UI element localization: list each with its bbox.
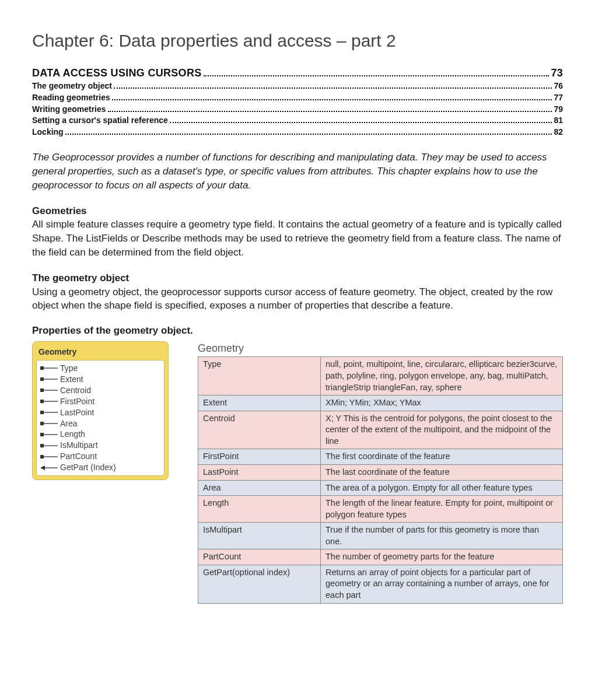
property-icon xyxy=(40,376,58,382)
geometry-uml-item-label: FirstPoint xyxy=(60,396,94,407)
property-desc-cell: The length of the linear feature. Empty … xyxy=(321,496,563,523)
section-heading: The geometry object xyxy=(32,272,129,284)
property-desc-cell: null, point, multipoint, line, circulara… xyxy=(321,357,563,396)
property-desc-cell: The area of a polygon. Empty for all oth… xyxy=(321,480,563,496)
svg-rect-16 xyxy=(40,455,44,459)
toc-label: The geometry object xyxy=(32,80,112,92)
geometry-uml-item: Centroid xyxy=(40,385,160,396)
geometry-table-title: Geometry xyxy=(198,341,563,355)
geometry-uml-item: IsMultipart xyxy=(40,440,160,451)
svg-rect-8 xyxy=(40,411,44,414)
toc-page: 81 xyxy=(554,115,563,126)
toc-leader-dots xyxy=(170,122,552,123)
geometry-uml-item-label: IsMultipart xyxy=(60,440,98,451)
property-name-cell: GetPart(optional index) xyxy=(198,565,321,603)
property-name-cell: Length xyxy=(198,496,321,523)
table-row: LengthThe length of the linear feature. … xyxy=(198,496,563,523)
svg-rect-10 xyxy=(40,422,44,425)
geometry-uml-item: Extent xyxy=(40,374,160,385)
property-icon xyxy=(40,410,58,415)
table-row: CentroidX; Y This is the centroid for po… xyxy=(198,411,563,449)
table-row: FirstPointThe first coordinate of the fe… xyxy=(198,449,563,465)
property-icon xyxy=(40,398,58,404)
toc-leader-dots xyxy=(112,99,552,100)
toc-label: Locking xyxy=(32,127,64,138)
toc-label: Writing geometries xyxy=(32,104,106,115)
geometry-uml-members: TypeExtentCentroidFirstPointLastPointAre… xyxy=(36,360,164,476)
table-row: LastPointThe last coordinate of the feat… xyxy=(198,464,563,480)
toc-entry: Locking 82 xyxy=(32,127,563,138)
geometry-uml-item-label: LastPoint xyxy=(60,407,94,418)
table-row: Typenull, point, multipoint, line, circu… xyxy=(198,357,563,396)
toc-page: 77 xyxy=(554,92,563,103)
toc-label: Setting a cursor's spatial reference xyxy=(32,115,168,126)
toc-page: 82 xyxy=(554,127,563,138)
section-heading: Geometries xyxy=(32,205,87,216)
geometry-uml-item-label: Length xyxy=(60,429,85,440)
svg-rect-12 xyxy=(40,433,44,436)
property-name-cell: PartCount xyxy=(198,550,321,565)
intro-paragraph: The Geoprocessor provides a number of fu… xyxy=(32,150,563,192)
toc-label: Reading geometries xyxy=(32,92,110,103)
geometry-uml-item-label: GetPart (Index) xyxy=(60,462,116,473)
geometry-uml-item: LastPoint xyxy=(40,407,160,418)
table-row: IsMultipartTrue if the number of parts f… xyxy=(198,523,563,550)
toc-label: DATA ACCESS USING CURSORS xyxy=(32,66,202,80)
section-geometries: Geometries All simple feature classes re… xyxy=(32,204,563,260)
property-name-cell: Area xyxy=(198,480,321,496)
toc-leader-dots xyxy=(204,75,550,76)
property-desc-cell: X; Y This is the centroid for polygons, … xyxy=(321,411,563,449)
geometry-uml-item-label: PartCount xyxy=(60,451,97,462)
geometry-uml-item: Type xyxy=(40,363,160,374)
geometry-uml-item-label: Type xyxy=(60,363,78,374)
svg-rect-4 xyxy=(40,388,44,392)
property-icon xyxy=(40,365,58,371)
section-body: Using a geometry object, the geoprocesso… xyxy=(32,286,552,312)
property-desc-cell: True if the number of parts for this geo… xyxy=(321,523,563,550)
geometry-uml-item-label: Centroid xyxy=(60,385,91,396)
geometry-table: Typenull, point, multipoint, line, circu… xyxy=(198,356,563,603)
svg-rect-0 xyxy=(40,366,44,370)
property-name-cell: Extent xyxy=(198,396,321,411)
property-name-cell: Centroid xyxy=(198,411,321,449)
property-icon xyxy=(40,432,58,438)
geometry-uml-item-label: Extent xyxy=(60,374,83,385)
toc-page: 79 xyxy=(554,104,563,115)
property-desc-cell: XMin; YMin; XMax; YMax xyxy=(321,396,563,411)
geometry-uml-item-label: Area xyxy=(60,418,78,429)
property-icon xyxy=(40,454,58,460)
toc-leader-dots xyxy=(108,111,552,112)
toc-entry: Writing geometries 79 xyxy=(32,104,563,115)
property-desc-cell: The number of geometry parts for the fea… xyxy=(321,550,563,565)
toc-entry: Setting a cursor's spatial reference 81 xyxy=(32,115,563,126)
toc-entry: DATA ACCESS USING CURSORS 73 xyxy=(32,66,563,80)
svg-marker-19 xyxy=(40,466,45,470)
geometry-uml-item: Area xyxy=(40,418,160,429)
property-icon xyxy=(40,387,58,393)
property-desc-cell: The first coordinate of the feature xyxy=(321,449,563,465)
chapter-title: Chapter 6: Data properties and access – … xyxy=(32,29,563,53)
geometry-uml-item: Length xyxy=(40,429,160,440)
toc-entry: The geometry object 76 xyxy=(32,80,563,92)
property-name-cell: LastPoint xyxy=(198,464,321,480)
svg-rect-14 xyxy=(40,444,44,447)
toc-entry: Reading geometries 77 xyxy=(32,92,563,103)
properties-heading: Properties of the geometry object. xyxy=(32,324,563,338)
table-row: GetPart(optional index)Returns an array … xyxy=(198,565,563,603)
property-name-cell: IsMultipart xyxy=(198,523,321,550)
table-of-contents: DATA ACCESS USING CURSORS 73 The geometr… xyxy=(32,66,563,138)
svg-rect-6 xyxy=(40,400,44,403)
property-desc-cell: Returns an array of point objects for a … xyxy=(321,565,563,603)
property-name-cell: Type xyxy=(198,357,321,396)
property-icon xyxy=(40,443,58,449)
geometry-uml-item: FirstPoint xyxy=(40,396,160,407)
geometry-uml-box: Geometry TypeExtentCentroidFirstPointLas… xyxy=(32,341,169,480)
toc-page: 73 xyxy=(551,66,563,80)
geometry-uml-item: GetPart (Index) xyxy=(40,462,160,473)
geometry-uml-title: Geometry xyxy=(36,345,164,360)
property-desc-cell: The last coordinate of the feature xyxy=(321,464,563,480)
toc-leader-dots xyxy=(65,134,552,135)
svg-rect-2 xyxy=(40,377,44,381)
property-name-cell: FirstPoint xyxy=(198,449,321,465)
toc-page: 76 xyxy=(554,80,563,92)
